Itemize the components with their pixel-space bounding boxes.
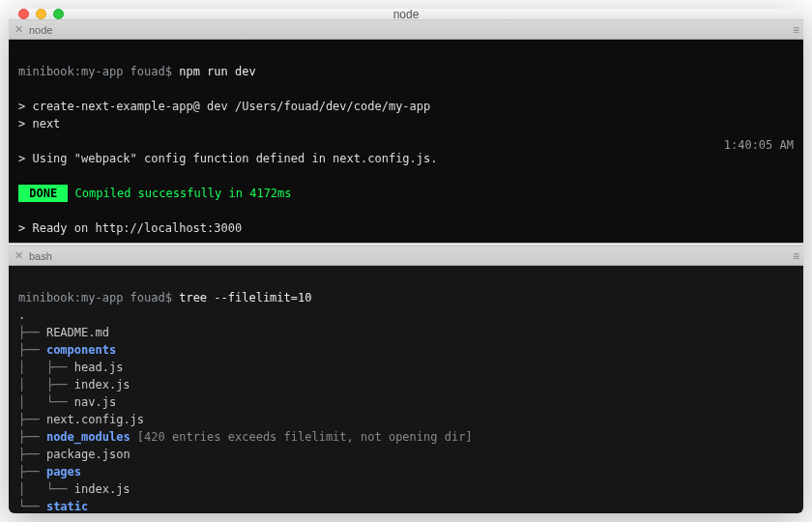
tree-file: README.md [46, 326, 109, 339]
tree-dir: components [46, 343, 116, 357]
prompt-host: minibook: [18, 291, 81, 304]
minimize-icon[interactable] [36, 9, 46, 19]
tree-root: . [18, 308, 25, 322]
command-text: npm run dev [179, 65, 255, 78]
tree-file: next.config.js [46, 413, 144, 426]
tree-branch: └── [18, 500, 46, 513]
tree-file: head.js [74, 361, 124, 374]
tree-branch: │ └── [18, 482, 74, 496]
tree-branch: ├── [18, 343, 46, 357]
prompt-path: my-app [81, 291, 123, 304]
done-message: Compiled successfully in 4172ms [68, 187, 291, 200]
tree-branch: ├── [18, 465, 46, 478]
traffic-lights [9, 9, 64, 19]
tree-branch: ├── [18, 448, 46, 461]
terminal-pane-top[interactable]: minibook:my-app fouad$ npm run dev > cre… [9, 40, 803, 243]
tree-dir: node_modules [46, 430, 130, 444]
tab-bar-top[interactable]: ✕ node ≡ [9, 20, 803, 40]
tree-branch: │ ├── [18, 361, 74, 374]
menu-icon[interactable]: ≡ [793, 23, 798, 37]
titlebar[interactable]: node [9, 9, 803, 20]
prompt-user: fouad$ [123, 65, 179, 78]
tab-bar-bottom[interactable]: ✕ bash ≡ [9, 246, 803, 266]
tab-label: node [29, 24, 52, 36]
prompt-user: fouad$ [123, 291, 179, 304]
tree-branch: │ └── [18, 395, 74, 409]
close-icon[interactable] [18, 9, 29, 19]
tree-file: package.json [46, 448, 130, 461]
command-text: tree --filelimit=10 [179, 291, 311, 304]
tree-file: nav.js [74, 395, 116, 409]
tree-branch: ├── [18, 430, 46, 444]
zoom-icon[interactable] [53, 9, 64, 19]
tree-file: index.js [74, 482, 130, 496]
output-line: > Ready on http://localhost:3000 [18, 221, 242, 235]
tree-note: [420 entries exceeds filelimit, not open… [130, 430, 473, 444]
done-badge: DONE [18, 185, 68, 202]
panes-container: ✕ node ≡ minibook:my-app fouad$ npm run … [9, 20, 803, 513]
output-line: > next [18, 117, 60, 130]
prompt-host: minibook: [18, 65, 81, 78]
output-line: > Using "webpack" config function define… [18, 152, 437, 165]
close-icon[interactable]: ✕ [14, 23, 23, 36]
tab-label: bash [29, 250, 52, 262]
menu-icon[interactable]: ≡ [793, 249, 798, 263]
tree-dir: static [46, 500, 88, 513]
terminal-pane-bottom[interactable]: minibook:my-app fouad$ tree --filelimit=… [9, 266, 803, 513]
window-title: node [9, 9, 803, 21]
close-icon[interactable]: ✕ [14, 249, 23, 262]
tree-file: index.js [74, 378, 130, 392]
output-line: > create-next-example-app@ dev /Users/fo… [18, 100, 430, 113]
terminal-window: node ✕ node ≡ minibook:my-app fouad$ npm… [9, 9, 803, 513]
prompt-path: my-app [81, 65, 123, 78]
tree-branch: │ ├── [18, 378, 74, 392]
tree-branch: ├── [18, 326, 46, 339]
tree-branch: ├── [18, 413, 46, 426]
timestamp: 1:40:05 AM [724, 136, 794, 154]
tree-dir: pages [46, 465, 81, 478]
